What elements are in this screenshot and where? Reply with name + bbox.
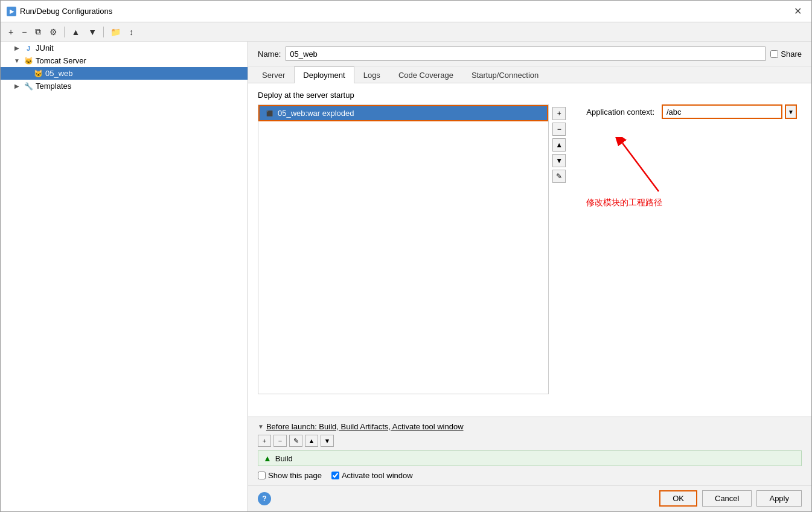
- move-up-button[interactable]: ▲: [68, 25, 83, 39]
- name-row: Name: Share: [248, 42, 811, 66]
- deploy-section-label: Deploy at the server startup: [258, 91, 802, 100]
- web-expand-spacer: [22, 69, 31, 78]
- main-content: ▶ J JUnit ▼ 🐱 Tomcat Server 🐱 05_web ▶ 🔧…: [1, 42, 811, 511]
- cancel-button[interactable]: Cancel: [702, 490, 752, 507]
- launch-remove-btn[interactable]: −: [273, 435, 287, 447]
- build-label: Build: [275, 454, 293, 463]
- dialog-title: Run/Debug Configurations: [20, 7, 112, 16]
- move-down-button[interactable]: ▼: [85, 25, 100, 39]
- deploy-remove-button[interactable]: −: [552, 123, 566, 136]
- deploy-list-item-0[interactable]: ⬛ 05_web:war exploded: [258, 105, 548, 121]
- copy-config-button[interactable]: ⧉: [32, 25, 44, 39]
- name-label: Name:: [258, 50, 281, 59]
- deploy-down-button[interactable]: ▼: [552, 154, 566, 167]
- annotation-arrow: [604, 137, 677, 197]
- deploy-list: ⬛ 05_web:war exploded: [258, 104, 549, 394]
- tree-item-templates[interactable]: ▶ 🔧 Templates: [1, 80, 248, 92]
- dialog-icon: ▶: [7, 7, 16, 16]
- web-label: 05_web: [45, 69, 73, 78]
- svg-line-1: [622, 143, 659, 191]
- templates-icon: 🔧: [24, 82, 33, 91]
- tree-item-tomcat[interactable]: ▼ 🐱 Tomcat Server: [1, 54, 248, 67]
- tab-server[interactable]: Server: [253, 66, 294, 83]
- tree-item-05web[interactable]: 🐱 05_web: [1, 67, 248, 80]
- ok-button[interactable]: OK: [659, 490, 697, 507]
- dialog-footer: ? OK Cancel Apply: [248, 485, 811, 511]
- show-page-option: Show this page: [258, 471, 322, 480]
- before-launch-toggle-icon: ▼: [258, 423, 264, 430]
- app-context-label: Application context:: [586, 107, 654, 117]
- activate-window-label: Activate tool window: [342, 471, 413, 480]
- war-icon: ⬛: [264, 109, 274, 118]
- build-row: ▲ Build: [258, 450, 802, 466]
- build-icon: ▲: [263, 453, 272, 463]
- launch-down-btn[interactable]: ▼: [321, 435, 334, 447]
- config-tree: ▶ J JUnit ▼ 🐱 Tomcat Server 🐱 05_web ▶ 🔧…: [1, 42, 248, 511]
- tab-deployment[interactable]: Deployment: [294, 66, 354, 83]
- activate-window-checkbox[interactable]: [331, 472, 339, 479]
- activate-window-option: Activate tool window: [331, 471, 413, 480]
- deploy-item-label: 05_web:war exploded: [278, 109, 354, 118]
- right-panel: Name: Share Server Deployment Logs: [248, 42, 811, 511]
- deploy-add-button[interactable]: +: [552, 107, 566, 120]
- deployment-content: Deploy at the server startup ⬛ 05_web:wa…: [248, 83, 811, 417]
- show-page-label: Show this page: [268, 471, 322, 480]
- deploy-up-button[interactable]: ▲: [552, 138, 566, 152]
- templates-label: Templates: [36, 82, 71, 91]
- launch-up-btn[interactable]: ▲: [305, 435, 318, 447]
- web-icon: 🐱: [33, 69, 43, 78]
- remove-config-button[interactable]: −: [19, 25, 30, 39]
- app-context-panel: Application context: ▼: [581, 104, 802, 394]
- tomcat-label: Tomcat Server: [36, 56, 86, 65]
- before-launch-label: Before launch: Build, Build Artifacts, A…: [266, 422, 464, 431]
- app-context-input[interactable]: [662, 104, 782, 119]
- bottom-section: ▼ Before launch: Build, Build Artifacts,…: [248, 417, 811, 485]
- deploy-side-buttons: + − ▲ ▼ ✎: [549, 104, 569, 394]
- settings-button[interactable]: ⚙: [46, 25, 60, 39]
- launch-add-btn[interactable]: +: [258, 435, 271, 447]
- options-row: Show this page Activate tool window: [258, 471, 802, 480]
- title-bar-left: ▶ Run/Debug Configurations: [7, 7, 112, 16]
- show-page-checkbox[interactable]: [258, 472, 266, 479]
- folder-button[interactable]: 📁: [107, 25, 124, 39]
- tab-logs[interactable]: Logs: [354, 66, 389, 83]
- sort-button[interactable]: ↕: [126, 25, 136, 39]
- tomcat-icon: 🐱: [24, 57, 33, 65]
- toolbar-separator-2: [103, 27, 104, 37]
- name-input[interactable]: [286, 46, 766, 61]
- junit-icon: J: [24, 44, 33, 53]
- close-button[interactable]: ✕: [790, 4, 805, 18]
- annotation-text: 修改模块的工程路径: [586, 197, 662, 208]
- toolbar-separator: [64, 27, 65, 37]
- before-launch-header: ▼ Before launch: Build, Build Artifacts,…: [258, 422, 802, 431]
- run-debug-dialog: ▶ Run/Debug Configurations ✕ + − ⧉ ⚙ ▲ ▼…: [0, 0, 812, 512]
- tree-item-junit[interactable]: ▶ J JUnit: [1, 42, 248, 54]
- app-context-dropdown[interactable]: ▼: [785, 104, 797, 119]
- templates-expand-icon: ▶: [13, 82, 21, 91]
- junit-label: JUnit: [36, 43, 54, 53]
- share-checkbox[interactable]: [770, 50, 778, 58]
- share-label: Share: [781, 50, 802, 59]
- footer-left: ?: [258, 492, 271, 505]
- config-tabs: Server Deployment Logs Code Coverage Sta…: [248, 66, 811, 83]
- tomcat-expand-icon: ▼: [13, 57, 21, 65]
- apply-button[interactable]: Apply: [756, 490, 802, 507]
- launch-toolbar: + − ✎ ▲ ▼: [258, 435, 802, 447]
- junit-expand-icon: ▶: [13, 44, 21, 53]
- help-button[interactable]: ?: [258, 492, 271, 505]
- add-config-button[interactable]: +: [5, 25, 16, 39]
- tab-coverage[interactable]: Code Coverage: [389, 66, 462, 83]
- launch-edit-btn[interactable]: ✎: [289, 435, 302, 447]
- share-row: Share: [770, 50, 802, 59]
- app-context-row: Application context: ▼: [586, 104, 797, 119]
- title-bar: ▶ Run/Debug Configurations ✕: [1, 1, 811, 22]
- footer-right: OK Cancel Apply: [659, 490, 802, 507]
- deploy-edit-button[interactable]: ✎: [552, 170, 566, 183]
- deploy-area: ⬛ 05_web:war exploded + − ▲ ▼ ✎: [258, 104, 802, 394]
- tab-startup[interactable]: Startup/Connection: [462, 66, 548, 83]
- main-toolbar: + − ⧉ ⚙ ▲ ▼ 📁 ↕: [1, 22, 811, 42]
